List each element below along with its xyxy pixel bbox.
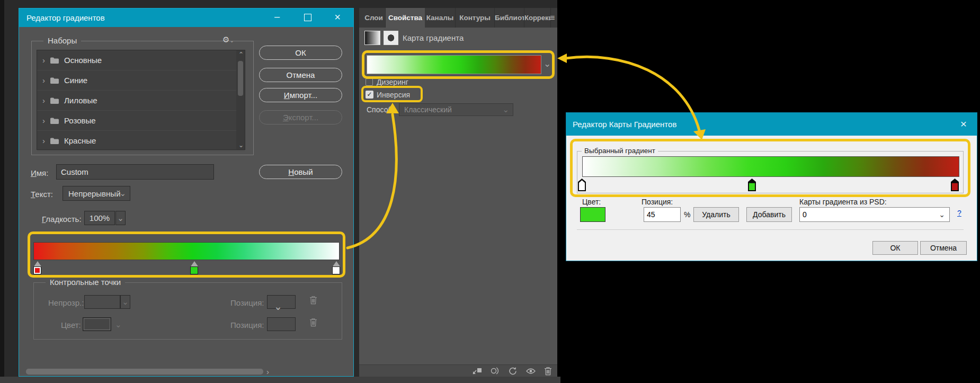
gradient-map-editor-titlebar[interactable]: Редактор Карты Градиентов × [566,113,977,136]
gradient-stop-red[interactable] [33,266,41,274]
position-input[interactable] [644,207,681,222]
method-dropdown[interactable]: Классический ⌄ [399,103,513,116]
delete-button[interactable]: Удалить [693,207,739,222]
delete-stop-icon[interactable] [309,296,317,305]
preset-folder-row[interactable]: › Основные [37,50,245,70]
tab-channels[interactable]: Каналы [425,8,456,28]
folder-icon [50,137,59,145]
export-button[interactable]: Экспорт... [259,110,342,124]
preset-folder-label: Красные [64,136,96,145]
tab-adjustments[interactable]: Коррекц [524,8,551,28]
preset-folder-label: Синие [64,76,87,85]
gradient-editor-titlebar[interactable]: Редактор градиентов – × [19,8,353,27]
chevron-right-icon[interactable]: › [42,137,45,145]
position-label: Позиция: [230,298,264,307]
scrollbar-thumb[interactable] [238,61,243,96]
scroll-up-icon[interactable]: ⌃ [238,51,244,58]
presets-list: › Основные › Синие › Лиловые › Розовые › [37,50,245,150]
gradient-stop-white[interactable] [332,266,340,274]
gradient-stop-handle[interactable] [191,261,198,266]
smoothness-value[interactable]: 100% [84,211,115,225]
close-button[interactable]: × [329,8,345,27]
scroll-right-icon[interactable]: › [266,368,269,376]
chevron-right-icon[interactable]: › [42,96,45,104]
chevron-down-icon: ⌄ [939,208,945,221]
clip-to-layer-icon[interactable] [472,367,483,375]
minimize-button[interactable]: – [269,8,285,27]
opacity-dropdown-button[interactable]: ⌄ [120,295,130,309]
gradient-map-preview[interactable] [367,55,541,74]
maximize-button[interactable] [304,14,311,21]
chevron-down-icon: ⌄ [115,320,122,328]
arrowhead-left [557,54,567,63]
bottom-band [0,377,560,383]
delete-icon[interactable] [544,367,552,376]
type-dropdown[interactable]: Непрерывный ⌄ [63,186,130,201]
type-value: Непрерывный [68,189,121,198]
smoothness-label: Гладкость: [42,215,82,224]
scroll-down-icon[interactable]: ⌄ [238,142,244,148]
tab-properties[interactable]: Свойства [386,8,425,28]
preset-folder-row[interactable]: › Синие [37,70,245,91]
color-swatch[interactable] [83,317,111,331]
method-label: Способ: [367,105,394,114]
gradient-stop-handle[interactable] [34,261,41,266]
chevron-down-icon: ⌄ [119,189,126,197]
chevron-right-icon[interactable]: › [42,76,45,84]
preset-folder-label: Лиловые [64,96,97,105]
preset-folder-row[interactable]: › Розовые [37,111,245,131]
smoothness-dropdown-button[interactable]: ⌄ [115,211,126,225]
gradient-stop-handle[interactable] [333,261,340,266]
position-label: Позиция: [230,320,264,329]
folder-icon [50,97,59,104]
psd-gradients-value: 0 [803,210,807,219]
previous-state-icon[interactable] [490,367,500,375]
mask-thumbnail[interactable] [384,31,398,45]
new-button[interactable]: Новый [259,165,342,179]
gradient-map-editor-dialog: Редактор Карты Градиентов × Выбранный гр… [566,112,977,261]
close-button[interactable]: × [956,113,972,136]
gradient-stop-green[interactable] [190,266,198,274]
color-label: Цвет: [582,198,601,206]
tab-paths[interactable]: Контуры [456,8,495,28]
adjustment-thumbnail[interactable] [364,31,380,45]
psd-gradients-select[interactable]: 0 ⌄ [799,207,950,222]
gradient-editor-bar[interactable] [33,242,340,260]
dialog-scroll-down-icon[interactable]: ⌄ [274,301,282,311]
name-label: Имя: [31,168,48,177]
help-link[interactable]: ? [957,209,961,217]
tab-libraries[interactable]: Библиот [495,8,524,28]
panel-top-strip [359,0,557,8]
list-scrollbar[interactable]: ⌃ ⌄ [236,50,245,149]
color-position-field[interactable] [267,317,296,331]
chevron-down-icon: ⌄ [117,213,124,222]
cancel-button[interactable]: Отмена [920,241,967,255]
preset-folder-row[interactable]: › Лиловые [37,91,245,111]
dither-checkbox[interactable] [366,78,373,86]
inverse-checkbox[interactable]: ✓ [366,91,373,99]
reset-icon[interactable] [508,367,517,375]
ok-button[interactable]: ОК [872,241,918,255]
inverse-label: Инверсия [377,91,410,99]
chevron-right-icon[interactable]: › [42,117,45,124]
visibility-icon[interactable] [526,368,536,375]
selected-gradient-bar[interactable] [582,156,959,177]
add-button[interactable]: Добавить [746,207,792,222]
color-swatch[interactable] [580,207,605,222]
cancel-button[interactable]: Отмена [259,68,342,82]
chevron-right-icon[interactable]: › [42,56,45,64]
folder-icon [50,57,59,64]
name-input[interactable] [56,164,214,180]
horizontal-scrollbar-thumb[interactable] [26,369,263,375]
chevron-down-icon[interactable]: ⌄ [544,59,551,68]
preset-folder-row[interactable]: › Красные [37,131,245,151]
delete-stop-icon[interactable] [309,318,317,327]
gear-icon[interactable]: ⚙⌄ [222,35,234,44]
ok-button[interactable]: ОК [259,46,342,60]
psd-gradients-label: Карты градиента из PSD: [799,198,887,206]
import-button[interactable]: Импорт... [259,88,342,102]
panel-menu-icon[interactable]: ≡ [550,8,557,28]
opacity-value[interactable] [84,295,120,309]
tab-layers[interactable]: Слои [362,8,386,28]
preset-folder-label: Розовые [64,116,96,125]
